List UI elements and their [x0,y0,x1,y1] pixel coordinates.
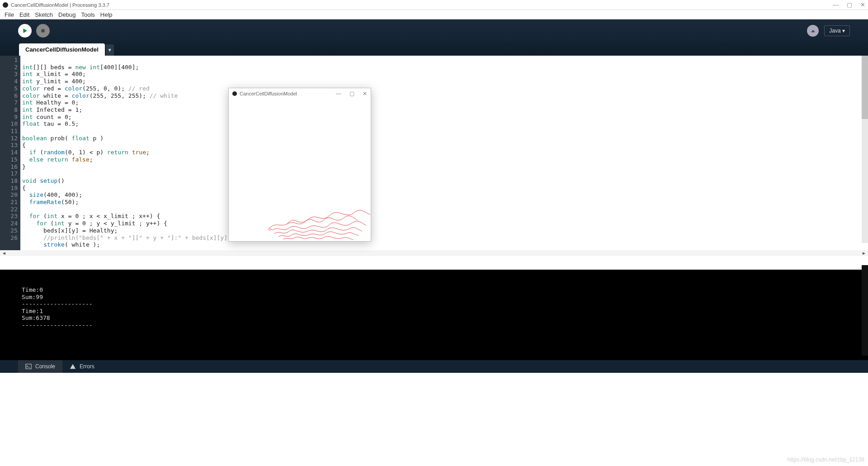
sketch-close-button[interactable]: ✕ [363,90,367,97]
tab-console-label: Console [35,363,55,370]
svg-marker-0 [24,29,27,33]
window-maximize-button[interactable]: ▢ [847,1,852,8]
scroll-left-icon[interactable]: ◄ [2,251,6,256]
menu-sketch[interactable]: Sketch [32,11,56,18]
menu-help[interactable]: Help [98,11,115,18]
tab-label: CancerCellDiffusionModel [25,46,99,53]
play-icon [22,28,28,34]
console-icon [25,363,32,370]
scrollbar-thumb[interactable] [862,56,868,119]
menu-debug[interactable]: Debug [56,11,78,18]
svg-rect-1 [42,29,45,33]
tab-errors[interactable]: Errors [62,360,102,373]
debugger-icon[interactable]: ஃ [807,25,819,37]
tab-console[interactable]: Console [18,360,62,373]
sketch-minimize-button[interactable]: — [336,90,341,97]
window-close-button[interactable]: ✕ [860,1,865,8]
sketch-output-window[interactable]: CancerCellDiffusionModel — ▢ ✕ [228,88,371,242]
menu-file[interactable]: File [2,11,17,18]
editor-horizontal-scrollbar[interactable]: ◄ ► [0,250,868,256]
sketch-maximize-button[interactable]: ▢ [349,90,354,97]
footer-url: https://blog.csdn.net/zbp_12138 [788,453,864,466]
divider [0,256,868,270]
code-content[interactable]: int[][] beds = new int[400][400]; int x_… [20,56,868,250]
svg-marker-4 [70,364,75,369]
line-number-gutter: 1234567891011121314151617181920212223242… [0,56,20,250]
sketch-app-icon [232,91,237,96]
run-button[interactable] [18,24,32,38]
scroll-right-icon[interactable]: ► [862,251,866,256]
tab-dropdown-button[interactable]: ▼ [106,44,114,56]
processing-app-icon [3,2,8,8]
bottom-tabs: Console Errors https://blog.csdn.net/zbp… [0,360,868,373]
console-text: Time:0 Sum:99 -------------------- Time:… [22,272,846,328]
warning-icon [70,363,76,370]
menu-edit[interactable]: Edit [17,11,32,18]
mode-selector[interactable]: Java ▾ [824,25,850,36]
console-output[interactable]: Time:0 Sum:99 -------------------- Time:… [0,270,868,360]
stop-button[interactable] [36,24,50,38]
tab-sketch[interactable]: CancerCellDiffusionModel [19,43,105,56]
sketch-window-titlebar[interactable]: CancerCellDiffusionModel — ▢ ✕ [229,88,371,99]
menu-tools[interactable]: Tools [78,11,97,18]
menubar: File Edit Sketch Debug Tools Help [0,10,868,19]
editor-vertical-scrollbar[interactable] [862,56,868,243]
tab-bar: CancerCellDiffusionModel ▼ [0,42,868,56]
sketch-window-title: CancerCellDiffusionModel [240,91,297,96]
sketch-canvas [229,99,371,241]
window-title: CancerCellDiffusionModel | Processing 3.… [11,2,109,8]
console-vertical-scrollbar[interactable] [862,265,868,356]
tab-errors-label: Errors [80,363,94,370]
window-minimize-button[interactable]: — [833,1,839,8]
svg-rect-2 [26,364,31,369]
stop-icon [40,28,46,34]
toolbar: ஃ Java ▾ [0,19,868,42]
window-titlebar: CancerCellDiffusionModel | Processing 3.… [0,0,868,10]
code-editor[interactable]: 1234567891011121314151617181920212223242… [0,56,868,250]
